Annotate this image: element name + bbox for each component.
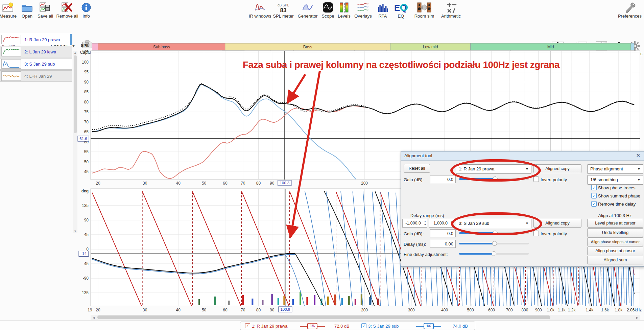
freq-tick-bottom: 1.6k [601,308,609,312]
freq-tick-bottom: 1.1k [558,308,566,312]
delay-label: Delay (ms): [404,242,426,247]
band-edge [92,43,98,50]
freq-tick-bottom: 800 [521,308,528,312]
invert-polarity-2-checkbox[interactable] [533,231,539,236]
freq-tick-top: 60 [223,181,228,186]
freq-tick-top: 200 [361,181,368,186]
dialog-title: Alignment tool [404,153,432,158]
undo-levelling-button[interactable]: Undo levelling [587,228,643,237]
scroll-left-icon[interactable]: ◄ [92,316,95,320]
freq-tick-bottom: 600 [488,308,495,312]
close-icon[interactable]: ✕ [636,152,640,159]
freq-tick-bottom: 1.4k [586,308,594,312]
spinner-arrows-icon[interactable]: ▲▼ [424,220,426,227]
scroll-right-icon[interactable]: ► [636,316,639,320]
legend-smoothing-2[interactable]: 1/6 [416,323,441,329]
phase-marker-bar [228,301,230,305]
band-label: Sub bass [153,45,170,49]
spl-tick: 90 [84,80,89,85]
freq-tick-bottom: 19 [88,308,92,312]
spl-tick: 100 [82,60,89,65]
freq-tick-bottom: 40 [176,308,181,312]
align-phase-at-cursor-button[interactable]: Align phase at cursor [587,246,643,255]
freq-tick-bottom: 400 [441,308,448,312]
delay-max-spinner[interactable]: 1,000.0▲▼ [429,219,454,228]
phase-marker-bar [271,294,273,305]
dialog-titlebar[interactable]: Alignment tool ✕ [401,151,644,161]
invert-polarity-2-label: Invert polarity [541,231,567,236]
deg-tick: -135 [80,290,89,295]
red-circle-annotation-2 [451,212,542,235]
freq-tick-bottom: 1.0k [547,308,555,312]
legend-smoothing-1[interactable]: 1/6 [300,323,325,329]
mode-dropdown[interactable]: Phase alignment▼ [587,164,643,174]
freq-tick-bottom: 20 [96,308,100,312]
spl-tick: 50 [84,160,89,164]
freq-tick-top: 90 [270,181,275,186]
phase-marker-bar [327,297,329,305]
freq-tick-bottom: 60 [223,308,228,312]
spl-tick: 65 [84,129,89,134]
deg-tick: 135 [82,203,89,208]
spl-tick: 95 [84,70,89,74]
align-phase-slopes-at-cursor-button[interactable]: Align phase slopes at cursor [587,237,643,246]
smoothing-dropdown[interactable]: 1/6 smoothing▼ [587,175,643,185]
freq-tick-bottom: 30 [143,308,147,312]
checkbox-label: Show phase traces [598,185,636,190]
annotation-text: Faza suba i prawej kolumny na częstotliw… [243,60,559,70]
legend-panel: ✓ 1: R Jan 29 prawa 1/6 72.8 dB ✓ 3: S J… [240,322,475,330]
aligned-copy-1-button[interactable]: Aligned copy [533,164,581,173]
freq-tick-bottom: 200 [361,308,368,312]
legend-level-1: 72.8 dB [334,324,350,329]
legend-level-2: 74.0 dB [453,324,468,329]
freq-tick-bottom: 300 [408,308,415,312]
band-label: Mid [547,45,554,49]
svg-text:100.9: 100.9 [280,307,290,311]
chevron-down-icon: ▼ [637,178,641,182]
delay-min-spinner[interactable]: -1,000.0▲▼ [402,219,427,228]
checkbox-label: Remove time delay [598,202,636,207]
freq-tick-bottom: 1.2k [568,308,576,312]
freq-tick-bottom: 50 [202,308,207,312]
spl-tick: 80 [84,100,89,104]
gain2-input[interactable]: 0.0 [430,229,456,237]
legend-check-2[interactable]: ✓ [361,323,366,328]
legend-check-1[interactable]: ✓ [245,323,250,328]
svg-text:100.3: 100.3 [280,181,289,185]
phase-marker-bar [314,295,315,305]
freq-tick-bottom: 900 [535,308,542,312]
svg-text:-14: -14 [81,252,87,256]
align-at-label: Align at 100.3 Hz [587,213,643,218]
phase-marker-bar [292,299,294,305]
deg-tick: 45 [84,232,89,237]
show-summed-phase-checkbox[interactable]: ✓ [591,193,597,198]
freq-tick-top: 40 [176,181,181,186]
deg-tick: -90 [83,276,89,281]
invert-polarity-1-checkbox[interactable] [533,176,539,182]
invert-polarity-1-label: Invert polarity [541,177,567,182]
band-label: Bass [303,45,312,49]
freq-tick-bottom: 80 [256,308,261,312]
phase-marker-bar [278,298,279,305]
delay-range-label: Delay range (ms) [410,213,444,218]
band-label: Low mid [423,45,438,49]
freq-tick-bottom: 2.06kHz [627,308,642,312]
spl-tick: 70 [84,120,89,124]
level-phase-at-cursor-button[interactable]: Level phase at cursor [587,219,643,228]
deg-tick: 90 [84,218,89,222]
freq-tick-top: 30 [143,181,147,186]
reset-all-button[interactable]: Reset all [404,164,430,173]
aligned-sum-button[interactable]: Aligned sum [587,256,643,264]
spl-tick: 55 [84,149,89,154]
gain1-input[interactable]: 0.0 [430,175,456,183]
delay-input[interactable]: 0.00 [430,240,456,248]
delay-slider[interactable] [459,241,529,246]
remove-time-delay-checkbox[interactable]: ✓ [591,201,597,207]
show-phase-traces-checkbox[interactable]: ✓ [591,185,597,190]
phase-marker-bar [198,299,200,305]
red-circle-annotation-1 [450,159,541,182]
horizontal-scrollbar-thumb[interactable] [97,315,550,319]
fine-delay-slider[interactable] [459,251,529,256]
alignment-tool-dialog: Alignment tool ✕ Reset all 1: R Jan 29 p… [401,151,644,267]
deg-tick: -45 [83,261,89,266]
